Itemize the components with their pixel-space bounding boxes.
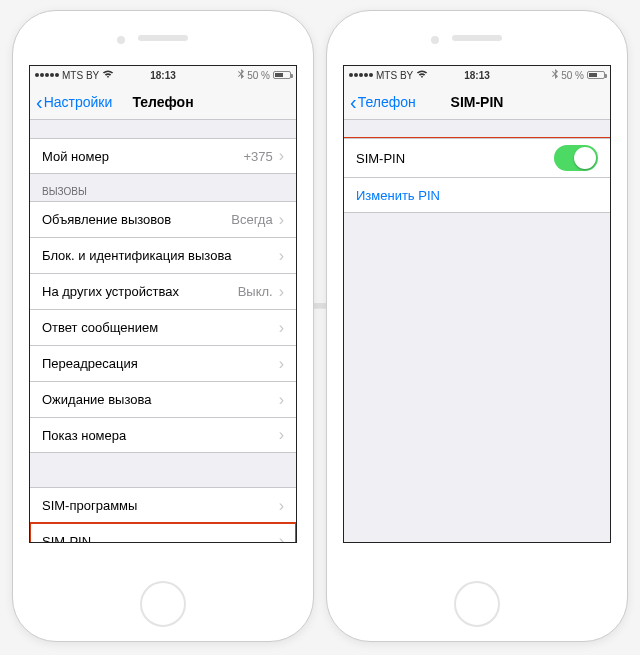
carrier-label: MTS BY xyxy=(62,70,99,81)
row-label: Блок. и идентификация вызова xyxy=(42,248,279,263)
section-header-calls: ВЫЗОВЫ xyxy=(30,174,296,201)
row-call-announce[interactable]: Объявление вызовов Всегда › xyxy=(30,201,296,237)
battery-percent: 50 % xyxy=(561,70,584,81)
chevron-right-icon: › xyxy=(279,532,284,542)
chevron-right-icon: › xyxy=(279,391,284,409)
wifi-icon xyxy=(416,70,428,81)
chevron-right-icon: › xyxy=(279,319,284,337)
phone-right: MTS BY 18:13 50 % ‹ Телефон SIM-PIN xyxy=(326,10,628,642)
bluetooth-icon xyxy=(552,69,558,81)
nav-title: Телефон xyxy=(132,94,193,110)
nav-title: SIM-PIN xyxy=(451,94,504,110)
row-other-devices[interactable]: На других устройствах Выкл. › xyxy=(30,273,296,309)
home-button[interactable] xyxy=(454,581,500,627)
row-sim-apps[interactable]: SIM-программы › xyxy=(30,487,296,523)
row-label: Ожидание вызова xyxy=(42,392,279,407)
nav-back-button[interactable]: ‹ Телефон xyxy=(344,92,422,112)
chevron-right-icon: › xyxy=(279,211,284,229)
speaker xyxy=(452,35,502,41)
chevron-right-icon: › xyxy=(279,247,284,265)
nav-back-button[interactable]: ‹ Настройки xyxy=(30,92,118,112)
signal-dots-icon xyxy=(349,73,373,77)
screen-right: MTS BY 18:13 50 % ‹ Телефон SIM-PIN xyxy=(343,65,611,543)
row-block-id[interactable]: Блок. и идентификация вызова › xyxy=(30,237,296,273)
row-call-waiting[interactable]: Ожидание вызова › xyxy=(30,381,296,417)
row-sim-pin-toggle[interactable]: SIM-PIN xyxy=(344,138,610,178)
nav-bar: ‹ Настройки Телефон xyxy=(30,84,296,120)
phone-left: MTS BY 18:13 50 % ‹ Настройки Телефон xyxy=(12,10,314,642)
row-sim-pin[interactable]: SIM-PIN › xyxy=(30,523,296,542)
battery-icon xyxy=(273,71,291,79)
chevron-right-icon: › xyxy=(279,426,284,444)
chevron-right-icon: › xyxy=(279,497,284,515)
row-label: Объявление вызовов xyxy=(42,212,231,227)
chevron-right-icon: › xyxy=(279,355,284,373)
row-label: Изменить PIN xyxy=(356,188,598,203)
row-label: SIM-PIN xyxy=(42,534,279,543)
settings-content[interactable]: SIM-PIN Изменить PIN xyxy=(344,120,610,542)
wifi-icon xyxy=(102,70,114,81)
status-bar: MTS BY 18:13 50 % xyxy=(30,66,296,84)
row-my-number[interactable]: Мой номер +375 › xyxy=(30,138,296,174)
row-respond-text[interactable]: Ответ сообщением › xyxy=(30,309,296,345)
battery-percent: 50 % xyxy=(247,70,270,81)
row-label: Мой номер xyxy=(42,149,243,164)
row-label: SIM-программы xyxy=(42,498,279,513)
signal-dots-icon xyxy=(35,73,59,77)
clock: 18:13 xyxy=(150,70,176,81)
row-value: Всегда xyxy=(231,212,272,227)
chevron-right-icon: › xyxy=(279,283,284,301)
row-forwarding[interactable]: Переадресация › xyxy=(30,345,296,381)
chevron-left-icon: ‹ xyxy=(350,92,357,112)
row-label: SIM-PIN xyxy=(356,151,554,166)
row-show-caller-id[interactable]: Показ номера › xyxy=(30,417,296,453)
chevron-left-icon: ‹ xyxy=(36,92,43,112)
toggle-sim-pin[interactable] xyxy=(554,145,598,171)
chevron-right-icon: › xyxy=(279,147,284,165)
bluetooth-icon xyxy=(238,69,244,81)
row-label: Показ номера xyxy=(42,428,279,443)
speaker xyxy=(138,35,188,41)
nav-back-label: Настройки xyxy=(44,94,113,110)
row-label: Переадресация xyxy=(42,356,279,371)
row-label: Ответ сообщением xyxy=(42,320,279,335)
row-label: На других устройствах xyxy=(42,284,238,299)
screen-left: MTS BY 18:13 50 % ‹ Настройки Телефон xyxy=(29,65,297,543)
front-camera xyxy=(431,36,439,44)
carrier-label: MTS BY xyxy=(376,70,413,81)
nav-bar: ‹ Телефон SIM-PIN xyxy=(344,84,610,120)
row-value: +375 xyxy=(243,149,272,164)
home-button[interactable] xyxy=(140,581,186,627)
settings-content[interactable]: Мой номер +375 › ВЫЗОВЫ Объявление вызов… xyxy=(30,120,296,542)
nav-back-label: Телефон xyxy=(358,94,416,110)
row-value: Выкл. xyxy=(238,284,273,299)
clock: 18:13 xyxy=(464,70,490,81)
battery-icon xyxy=(587,71,605,79)
status-bar: MTS BY 18:13 50 % xyxy=(344,66,610,84)
front-camera xyxy=(117,36,125,44)
row-change-pin[interactable]: Изменить PIN xyxy=(344,177,610,213)
